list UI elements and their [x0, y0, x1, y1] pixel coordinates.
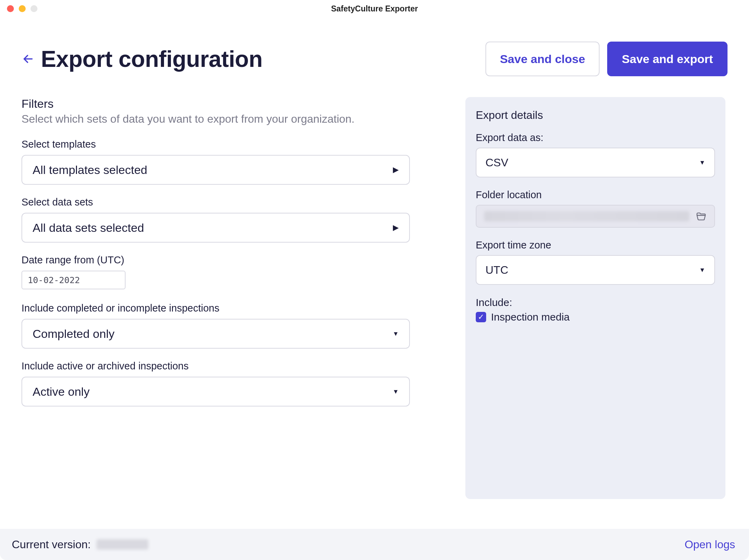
datasets-label: Select data sets — [21, 196, 410, 208]
date-range-label: Date range from (UTC) — [21, 254, 410, 266]
timezone-label: Export time zone — [476, 239, 715, 251]
folder-path-blurred — [484, 211, 689, 221]
save-and-export-button[interactable]: Save and export — [607, 42, 728, 76]
chevron-right-icon: ▶ — [393, 165, 399, 174]
chevron-down-icon: ▼ — [393, 330, 399, 338]
templates-select[interactable]: All templates selected ▶ — [21, 155, 410, 185]
open-logs-link[interactable]: Open logs — [685, 538, 735, 551]
completion-select[interactable]: Completed only ▼ — [21, 319, 410, 349]
version-value-blurred — [96, 539, 148, 550]
archived-select[interactable]: Active only ▼ — [21, 377, 410, 406]
folder-label: Folder location — [476, 189, 715, 201]
maximize-window-icon[interactable] — [31, 5, 37, 12]
completion-value: Completed only — [33, 327, 114, 341]
export-details-title: Export details — [476, 109, 715, 122]
chevron-down-icon: ▼ — [393, 388, 399, 395]
filters-title: Filters — [21, 97, 410, 111]
page-title: Export configuration — [41, 46, 262, 72]
templates-label: Select templates — [21, 139, 410, 150]
archived-label: Include active or archived inspections — [21, 360, 410, 372]
folder-location-input[interactable] — [476, 205, 715, 228]
format-value: CSV — [485, 156, 508, 169]
chevron-down-icon: ▼ — [699, 266, 705, 274]
export-details-panel: Export details Export data as: CSV ▼ Fol… — [465, 97, 725, 499]
window-controls — [7, 5, 37, 12]
version-label: Current version: — [12, 538, 91, 551]
window-title: SafetyCulture Exporter — [331, 4, 418, 14]
current-version: Current version: — [12, 538, 148, 551]
chevron-down-icon: ▼ — [699, 159, 705, 166]
datasets-value: All data sets selected — [33, 221, 144, 235]
footer: Current version: Open logs — [0, 529, 749, 560]
inspection-media-checkbox[interactable]: ✓ Inspection media — [476, 311, 715, 323]
minimize-window-icon[interactable] — [19, 5, 26, 12]
folder-open-icon — [696, 211, 707, 222]
save-and-close-button[interactable]: Save and close — [485, 42, 600, 76]
timezone-select[interactable]: UTC ▼ — [476, 255, 715, 285]
close-window-icon[interactable] — [7, 5, 14, 12]
chevron-right-icon: ▶ — [393, 223, 399, 232]
format-label: Export data as: — [476, 132, 715, 143]
inspection-media-label: Inspection media — [491, 311, 570, 323]
include-label: Include: — [476, 297, 715, 308]
archived-value: Active only — [33, 385, 89, 399]
date-range-input[interactable] — [21, 271, 126, 289]
timezone-value: UTC — [485, 264, 508, 277]
filters-section: Filters Select which sets of data you wa… — [21, 97, 410, 499]
checkbox-checked-icon: ✓ — [476, 312, 486, 322]
back-button[interactable] — [21, 52, 35, 65]
format-select[interactable]: CSV ▼ — [476, 148, 715, 177]
titlebar: SafetyCulture Exporter — [0, 0, 749, 17]
arrow-left-icon — [22, 53, 34, 65]
filters-description: Select which sets of data you want to ex… — [21, 113, 410, 125]
completion-label: Include completed or incomplete inspecti… — [21, 303, 410, 314]
datasets-select[interactable]: All data sets selected ▶ — [21, 213, 410, 243]
templates-value: All templates selected — [33, 163, 147, 177]
